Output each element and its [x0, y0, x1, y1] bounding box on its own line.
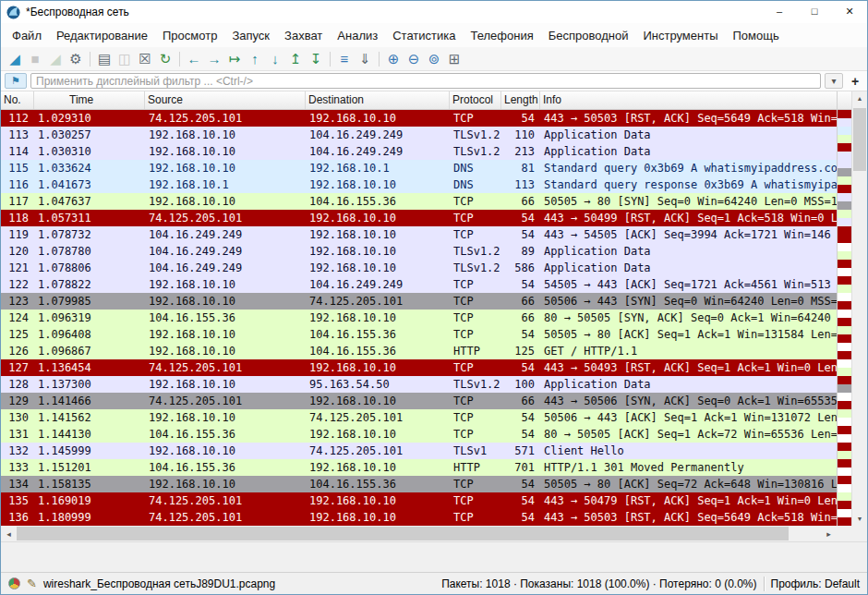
packet-row-134[interactable]: 1341.158135192.168.10.10104.16.155.36TCP…: [1, 476, 837, 492]
vertical-scrollbar[interactable]: ▲ ▼: [851, 91, 867, 526]
column-header-no[interactable]: No.: [1, 91, 34, 109]
reload-file-icon[interactable]: ↻: [155, 49, 175, 69]
scroll-up-icon[interactable]: ▲: [852, 91, 867, 105]
packet-row-127[interactable]: 1271.13645474.125.205.101192.168.10.10TC…: [1, 359, 837, 376]
menu-item-telephony[interactable]: Телефония: [463, 27, 540, 44]
cell-source: 192.168.10.10: [145, 343, 306, 359]
column-header-destination[interactable]: Destination: [306, 91, 450, 109]
go-bottom-icon[interactable]: ↧: [306, 49, 326, 69]
close-button[interactable]: ✕: [832, 1, 867, 23]
zoom-out-icon[interactable]: ⊖: [404, 49, 424, 69]
packet-row-120[interactable]: 1201.078780104.16.249.249192.168.10.10TL…: [1, 243, 837, 260]
menu-item-view[interactable]: Просмотр: [155, 27, 224, 44]
menu-item-go[interactable]: Запуск: [224, 27, 277, 44]
maximize-button[interactable]: □: [797, 1, 832, 23]
menu-item-capture[interactable]: Захват: [277, 27, 330, 44]
column-header-protocol[interactable]: Protocol: [450, 91, 501, 109]
horizontal-scrollbar-track[interactable]: [17, 526, 821, 541]
scroll-down-icon[interactable]: ▼: [852, 512, 867, 526]
vertical-scrollbar-thumb[interactable]: [853, 108, 866, 171]
cell-source: 192.168.10.10: [145, 293, 306, 310]
minimap-stripe: [838, 268, 851, 276]
zoom-100-icon[interactable]: ⊚: [424, 49, 444, 69]
cell-destination: 192.168.10.10: [306, 110, 450, 127]
filter-dropdown-icon[interactable]: ▾: [825, 73, 843, 89]
horizontal-scrollbar[interactable]: ◂ ▸: [1, 526, 837, 541]
display-filter-input[interactable]: [30, 73, 821, 89]
packet-row-118[interactable]: 1181.05731174.125.205.101192.168.10.10TC…: [1, 210, 837, 226]
cell-info: 50505 → 80 [ACK] Seq=1 Ack=1 Win=131584 …: [540, 326, 837, 343]
packet-row-116[interactable]: 1161.041673192.168.10.1192.168.10.10DNS1…: [1, 176, 837, 193]
capture-comment-icon[interactable]: ✎: [27, 577, 37, 590]
start-capture-icon[interactable]: ◢: [5, 49, 25, 69]
colorize-packets-icon[interactable]: ≡: [334, 49, 355, 69]
packet-row-132[interactable]: 1321.145999192.168.10.1074.125.205.101TL…: [1, 443, 837, 459]
expert-info-icon[interactable]: [8, 577, 20, 589]
packet-row-122[interactable]: 1221.078822192.168.10.10104.16.249.249TC…: [1, 276, 837, 293]
packet-row-125[interactable]: 1251.096408192.168.10.10104.16.155.36TCP…: [1, 326, 837, 343]
packet-row-136[interactable]: 1361.18099974.125.205.101192.168.10.10TC…: [1, 509, 837, 526]
menu-item-tools[interactable]: Инструменты: [635, 27, 725, 44]
cell-length: 213: [501, 143, 540, 160]
packet-row-130[interactable]: 1301.141562192.168.10.1074.125.205.101TC…: [1, 409, 837, 426]
menu-item-analyze[interactable]: Анализ: [330, 27, 385, 44]
packet-row-112[interactable]: 1121.02931074.125.205.101192.168.10.10TC…: [1, 110, 837, 127]
filter-bookmark-icon[interactable]: ⚑: [5, 73, 27, 89]
filter-add-button[interactable]: +: [847, 74, 863, 89]
cell-time: 1.151201: [34, 459, 145, 476]
cell-protocol: HTTP: [450, 343, 501, 359]
cell-info: 50505 → 80 [SYN] Seq=0 Win=64240 Len=0 M…: [540, 193, 837, 210]
column-header-time[interactable]: Time: [34, 91, 145, 109]
cell-no: 118: [1, 210, 34, 226]
cell-source: 104.16.249.249: [145, 260, 306, 276]
vertical-scrollbar-track[interactable]: [852, 105, 867, 512]
minimap-stripe: [838, 426, 851, 434]
intelligent-scrollbar[interactable]: [837, 91, 851, 526]
scroll-right-icon[interactable]: ▸: [821, 526, 837, 541]
go-down-icon[interactable]: ↓: [265, 49, 285, 69]
go-top-icon[interactable]: ↥: [285, 49, 306, 69]
menu-item-wireless[interactable]: Беспроводной: [541, 27, 636, 44]
packet-row-123[interactable]: 1231.079985192.168.10.1074.125.205.101TC…: [1, 293, 837, 310]
packet-row-131[interactable]: 1311.144130104.16.155.36192.168.10.10TCP…: [1, 426, 837, 443]
packet-row-133[interactable]: 1331.151201104.16.155.36192.168.10.10HTT…: [1, 459, 837, 476]
minimap-stripes[interactable]: [838, 110, 851, 526]
cell-time: 1.144130: [34, 426, 145, 443]
packet-row-114[interactable]: 1141.030310192.168.10.10104.16.249.249TL…: [1, 143, 837, 160]
go-forward-icon[interactable]: →: [204, 49, 224, 69]
packet-row-126[interactable]: 1261.096867192.168.10.10104.16.155.36HTT…: [1, 343, 837, 359]
packet-row-119[interactable]: 1191.078732104.16.249.249192.168.10.10TC…: [1, 226, 837, 243]
resize-columns-icon[interactable]: ⊞: [444, 49, 464, 69]
minimap-stripe: [838, 517, 851, 526]
menu-item-edit[interactable]: Редактирование: [49, 27, 155, 44]
scroll-left-icon[interactable]: ◂: [1, 526, 17, 541]
close-file-icon[interactable]: ☒: [135, 49, 155, 69]
menu-item-help[interactable]: Помощь: [726, 27, 787, 44]
column-header-info[interactable]: Info: [540, 91, 837, 109]
menu-item-file[interactable]: Файл: [5, 27, 49, 44]
go-up-icon[interactable]: ↑: [245, 49, 265, 69]
zoom-in-icon[interactable]: ⊕: [383, 49, 404, 69]
minimize-button[interactable]: –: [762, 1, 797, 23]
open-file-icon[interactable]: ▤: [94, 49, 115, 69]
profile-label[interactable]: Профиль: Default: [771, 577, 861, 590]
packet-row-113[interactable]: 1131.030257192.168.10.10104.16.249.249TL…: [1, 127, 837, 143]
column-header-length[interactable]: Length: [501, 91, 540, 109]
cell-protocol: TCP: [450, 110, 501, 127]
packet-row-135[interactable]: 1351.16901974.125.205.101192.168.10.10TC…: [1, 492, 837, 509]
packet-row-128[interactable]: 1281.137300192.168.10.1095.163.54.50TLSv…: [1, 376, 837, 393]
menu-item-statistics[interactable]: Статистика: [385, 27, 463, 44]
go-back-icon[interactable]: ←: [184, 49, 204, 69]
column-header-source[interactable]: Source: [145, 91, 306, 109]
cell-destination: 192.168.10.10: [306, 359, 450, 376]
packet-row-124[interactable]: 1241.096319104.16.155.36192.168.10.10TCP…: [1, 310, 837, 326]
cell-length: 54: [501, 226, 540, 243]
packet-row-121[interactable]: 1211.078806104.16.249.249192.168.10.10TL…: [1, 260, 837, 276]
go-to-packet-icon[interactable]: ↦: [224, 49, 245, 69]
packet-row-117[interactable]: 1171.047637192.168.10.10104.16.155.36TCP…: [1, 193, 837, 210]
packet-row-115[interactable]: 1151.033624192.168.10.10192.168.10.1DNS8…: [1, 160, 837, 176]
capture-options-icon[interactable]: ⚙: [66, 49, 86, 69]
horizontal-scrollbar-thumb[interactable]: [17, 527, 789, 540]
auto-scroll-icon[interactable]: ⇓: [355, 49, 375, 69]
packet-row-129[interactable]: 1291.14146674.125.205.101192.168.10.10TC…: [1, 393, 837, 409]
